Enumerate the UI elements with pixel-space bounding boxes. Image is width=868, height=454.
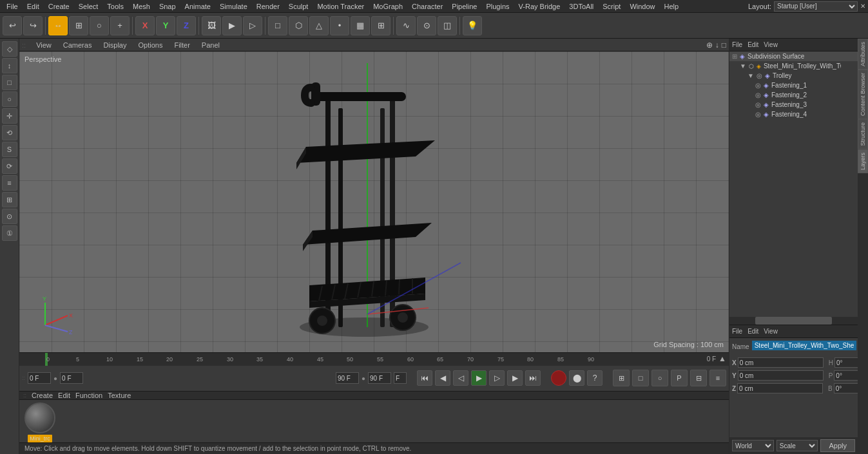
prev-key-button[interactable]: ◀ — [435, 370, 450, 386]
layout-close-icon[interactable]: ✕ — [860, 3, 865, 10]
viewport-nav-1[interactable]: ⊕ — [706, 41, 713, 50]
select-tool-button[interactable]: + — [110, 16, 130, 35]
menu-tools[interactable]: Tools — [103, 1, 128, 12]
tc-mode-2[interactable]: □ — [632, 370, 649, 386]
record-button[interactable] — [551, 370, 566, 386]
end-frame-input-2[interactable] — [368, 372, 391, 384]
menu-animate[interactable]: Animate — [181, 1, 215, 12]
menu-vray-bridge[interactable]: V-Ray Bridge — [515, 1, 564, 12]
menu-motion-tracker[interactable]: Motion Tracker — [313, 1, 368, 12]
om-item-trolley-main[interactable]: ▼ ⬡ ◈ Steel_Mini_Trolley_With_Two_Sh — [729, 61, 858, 71]
redo-button[interactable]: ↪ — [23, 16, 43, 35]
material-thumbnail[interactable] — [24, 402, 55, 433]
viewport-tab-display[interactable]: Display — [99, 40, 130, 50]
attr-menu-edit[interactable]: Edit — [747, 328, 758, 335]
menu-mograph[interactable]: MoGraph — [369, 1, 407, 12]
menu-sculpt[interactable]: Sculpt — [285, 1, 313, 12]
viewport-tab-view[interactable]: View — [32, 40, 55, 50]
right-tab-layers[interactable]: Layers — [858, 149, 868, 173]
menu-snap[interactable]: Snap — [155, 1, 180, 12]
menu-create[interactable]: Create — [44, 1, 73, 12]
autokey-button[interactable]: ⬤ — [569, 370, 584, 386]
om-menu-file[interactable]: File — [732, 41, 742, 48]
texture-mode-button[interactable]: ▦ — [351, 16, 370, 35]
om-scrollbar[interactable] — [729, 317, 858, 325]
viewport-nav-2[interactable]: ↓ — [715, 41, 719, 50]
right-tab-content-browser[interactable]: Content Browser — [858, 70, 868, 119]
tc-mode-5[interactable]: ⊟ — [690, 370, 707, 386]
right-tab-structure[interactable]: Structure — [858, 119, 868, 149]
attr-y-pos-input[interactable] — [738, 370, 824, 381]
scale-mode-select[interactable]: Scale — [776, 440, 818, 451]
render-region-button[interactable]: ▶ — [222, 16, 242, 35]
tc-mode-4[interactable]: P — [671, 370, 688, 386]
point-mode-button[interactable]: • — [330, 16, 349, 35]
menu-render[interactable]: Render — [253, 1, 284, 12]
undo-button[interactable]: ↩ — [3, 16, 22, 35]
light-button[interactable]: 💡 — [463, 16, 482, 35]
object-mode-button[interactable]: □ — [268, 16, 287, 35]
left-tool-4[interactable]: ○ — [2, 91, 17, 107]
attr-name-value[interactable]: Steel_Mini_Trolley_With_Two_She — [752, 341, 857, 350]
snap-button[interactable]: ⊙ — [417, 16, 436, 35]
viewport-tab-cameras[interactable]: Cameras — [59, 40, 96, 50]
uvw-mode-button[interactable]: ⊞ — [371, 16, 391, 35]
workplane-button[interactable]: ◫ — [438, 16, 457, 35]
menu-edit[interactable]: Edit — [23, 1, 43, 12]
left-tool-10[interactable]: ⊞ — [2, 192, 17, 207]
next-key-button[interactable]: ▶ — [507, 370, 523, 386]
om-item-fastening-3[interactable]: ◎ ◈ Fastening_3 — [729, 100, 858, 109]
timeline-expand-icon[interactable]: ▲ — [719, 354, 726, 363]
attr-menu-file[interactable]: File — [732, 328, 742, 335]
mat-menu-function[interactable]: Function — [75, 392, 102, 399]
left-tool-5[interactable]: ✛ — [2, 108, 17, 124]
viewport-tab-panel[interactable]: Panel — [198, 40, 224, 50]
step-forward-button[interactable]: ▷ — [489, 370, 505, 386]
layout-select[interactable]: Startup [User] — [774, 1, 858, 12]
viewport-tab-options[interactable]: Options — [134, 40, 166, 50]
start-frame-input[interactable] — [28, 372, 51, 384]
mat-menu-create[interactable]: Create — [32, 392, 53, 399]
goto-end-button[interactable]: ⏭ — [525, 370, 541, 386]
spline-button[interactable]: ∿ — [396, 16, 416, 35]
viewport-nav-3[interactable]: □ — [722, 41, 726, 50]
render-to-pic-button[interactable]: 🖼 — [202, 16, 221, 35]
end-frame-input-1[interactable] — [336, 372, 359, 384]
menu-simulate[interactable]: Simulate — [216, 1, 251, 12]
left-tool-8[interactable]: ⟳ — [2, 158, 17, 174]
menu-pipeline[interactable]: Pipeline — [448, 1, 481, 12]
material-item[interactable]: Mini_trc — [24, 402, 55, 442]
viewport[interactable]: Perspective — [19, 52, 729, 352]
left-tool-2[interactable]: ↕ — [2, 58, 17, 73]
move-tool-button[interactable]: ↔ — [48, 16, 68, 35]
menu-script[interactable]: Script — [599, 1, 624, 12]
current-frame-input[interactable] — [60, 372, 83, 384]
coord-space-select[interactable]: World Local — [732, 440, 774, 451]
left-tool-11[interactable]: ⊙ — [2, 209, 17, 224]
key-button[interactable]: ? — [587, 370, 603, 386]
menu-window[interactable]: Window — [626, 1, 659, 12]
scale-tool-button[interactable]: ⊞ — [69, 16, 88, 35]
axis-y-button[interactable]: Y — [156, 16, 175, 35]
polygon-mode-button[interactable]: ⬡ — [289, 16, 308, 35]
om-menu-view[interactable]: View — [764, 41, 778, 48]
om-item-trolley[interactable]: ▼ ◎ ◈ Trolley — [729, 71, 858, 80]
om-scroll-thumb[interactable] — [755, 317, 832, 325]
om-item-fastening-2[interactable]: ◎ ◈ Fastening_2 — [729, 90, 858, 100]
om-menu-edit[interactable]: Edit — [747, 41, 758, 48]
menu-mesh[interactable]: Mesh — [129, 1, 154, 12]
left-tool-9[interactable]: ≡ — [2, 175, 17, 191]
left-tool-3[interactable]: □ — [2, 75, 17, 90]
menu-character[interactable]: Character — [408, 1, 447, 12]
axis-x-button[interactable]: X — [135, 16, 155, 35]
fps-input[interactable] — [394, 372, 407, 384]
left-tool-1[interactable]: ◇ — [2, 41, 17, 57]
left-tool-6[interactable]: ⟲ — [2, 125, 17, 140]
rotate-tool-button[interactable]: ○ — [90, 16, 109, 35]
left-tool-7[interactable]: S — [2, 142, 17, 157]
right-tab-attributes[interactable]: Attributes — [858, 39, 868, 70]
left-tool-12[interactable]: ① — [2, 225, 17, 241]
apply-button[interactable]: Apply — [820, 439, 855, 452]
menu-3dtool[interactable]: 3DToAll — [565, 1, 597, 12]
axis-z-button[interactable]: Z — [177, 16, 196, 35]
